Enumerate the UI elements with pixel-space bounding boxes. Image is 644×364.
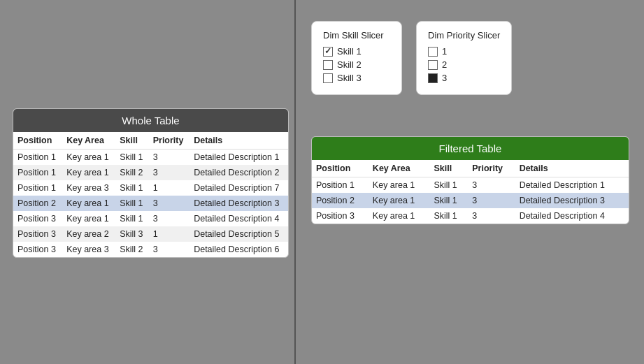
whole-table-row: Position 3 Key area 1 Skill 1 3 Detailed… (13, 211, 288, 226)
cell-position: Position 1 (13, 165, 62, 180)
cell-details: Detailed Description 2 (189, 165, 288, 180)
fcol-details: Details (515, 160, 629, 177)
priority1-label: 1 (442, 46, 447, 57)
cell-skill: Skill 2 (115, 242, 149, 257)
cell-details: Detailed Description 4 (189, 211, 288, 226)
skill3-checkbox[interactable] (323, 73, 333, 83)
cell-position: Position 3 (13, 211, 62, 226)
whole-table-row: Position 2 Key area 1 Skill 1 3 Detailed… (13, 196, 288, 211)
skill1-item[interactable]: Skill 1 (323, 46, 390, 57)
filtered-table-header-row: Position Key Area Skill Priority Details (312, 160, 629, 177)
cell-skill: Skill 1 (115, 180, 149, 196)
priority1-item[interactable]: 1 (428, 46, 500, 57)
skill1-checkbox[interactable] (323, 47, 333, 57)
whole-table-row: Position 1 Key area 3 Skill 1 1 Detailed… (13, 180, 288, 196)
whole-table-wrapper: Whole Table Position Key Area Skill Prio… (13, 108, 289, 258)
cell-position: Position 1 (13, 180, 62, 196)
col-priority: Priority (149, 132, 189, 150)
fcell-position: Position 3 (312, 208, 368, 224)
filtered-table-row: Position 2 Key area 1 Skill 1 3 Detailed… (312, 193, 629, 208)
dim-priority-slicer: Dim Priority Slicer 1 2 3 (416, 21, 512, 95)
fcell-position: Position 2 (312, 193, 368, 208)
fcell-skill: Skill 1 (429, 208, 468, 224)
cell-key-area: Key area 1 (62, 211, 115, 226)
fcell-details: Detailed Description 3 (515, 193, 629, 208)
col-details: Details (189, 132, 288, 150)
skill2-label: Skill 2 (337, 59, 362, 70)
slicer-container: Dim Skill Slicer Skill 1 Skill 2 Skill 3… (311, 21, 512, 95)
cell-position: Position 1 (13, 150, 62, 166)
priority3-item[interactable]: 3 (428, 73, 500, 83)
fcell-priority: 3 (468, 208, 515, 224)
whole-table: Position Key Area Skill Priority Details… (13, 132, 288, 257)
cell-skill: Skill 3 (115, 226, 149, 242)
col-key-area: Key Area (62, 132, 115, 150)
cell-position: Position 2 (13, 196, 62, 211)
cell-key-area: Key area 1 (62, 150, 115, 166)
filtered-table-wrapper: Filtered Table Position Key Area Skill P… (311, 136, 629, 224)
cell-priority: 3 (149, 211, 189, 226)
filtered-table: Position Key Area Skill Priority Details… (312, 160, 629, 224)
cell-details: Detailed Description 5 (189, 226, 288, 242)
cell-key-area: Key area 1 (62, 165, 115, 180)
cell-priority: 1 (149, 180, 189, 196)
skill3-item[interactable]: Skill 3 (323, 73, 390, 83)
cell-key-area: Key area 2 (62, 226, 115, 242)
priority2-item[interactable]: 2 (428, 59, 500, 70)
cell-details: Detailed Description 7 (189, 180, 288, 196)
fcell-skill: Skill 1 (429, 177, 468, 194)
cell-key-area: Key area 1 (62, 196, 115, 211)
cell-priority: 3 (149, 150, 189, 166)
skill2-checkbox[interactable] (323, 60, 333, 70)
dim-skill-slicer: Dim Skill Slicer Skill 1 Skill 2 Skill 3 (311, 21, 402, 95)
whole-table-row: Position 3 Key area 2 Skill 3 1 Detailed… (13, 226, 288, 242)
whole-table-title: Whole Table (13, 109, 288, 132)
skill3-label: Skill 3 (337, 73, 362, 83)
priority3-checkbox[interactable] (428, 73, 438, 83)
cell-skill: Skill 2 (115, 165, 149, 180)
cell-key-area: Key area 3 (62, 242, 115, 257)
whole-table-header-row: Position Key Area Skill Priority Details (13, 132, 288, 150)
cell-priority: 3 (149, 165, 189, 180)
fcell-key-area: Key area 1 (368, 193, 430, 208)
cell-position: Position 3 (13, 226, 62, 242)
filtered-table-title: Filtered Table (312, 137, 629, 160)
priority2-checkbox[interactable] (428, 60, 438, 70)
col-position: Position (13, 132, 62, 150)
cell-key-area: Key area 3 (62, 180, 115, 196)
filtered-table-row: Position 1 Key area 1 Skill 1 3 Detailed… (312, 177, 629, 194)
fcol-priority: Priority (468, 160, 515, 177)
dim-priority-slicer-title: Dim Priority Slicer (428, 30, 500, 41)
whole-table-row: Position 1 Key area 1 Skill 1 3 Detailed… (13, 150, 288, 166)
fcell-priority: 3 (468, 193, 515, 208)
priority3-label: 3 (442, 73, 447, 83)
cell-details: Detailed Description 6 (189, 242, 288, 257)
fcol-skill: Skill (429, 160, 468, 177)
filtered-table-row: Position 3 Key area 1 Skill 1 3 Detailed… (312, 208, 629, 224)
cell-details: Detailed Description 3 (189, 196, 288, 211)
cell-priority: 3 (149, 242, 189, 257)
fcell-key-area: Key area 1 (368, 208, 430, 224)
cell-skill: Skill 1 (115, 196, 149, 211)
fcol-position: Position (312, 160, 368, 177)
skill1-label: Skill 1 (337, 46, 362, 57)
fcell-skill: Skill 1 (429, 193, 468, 208)
fcell-details: Detailed Description 4 (515, 208, 629, 224)
dim-skill-slicer-title: Dim Skill Slicer (323, 30, 390, 41)
fcell-key-area: Key area 1 (368, 177, 430, 194)
priority2-label: 2 (442, 59, 447, 70)
fcol-key-area: Key Area (368, 160, 430, 177)
priority1-checkbox[interactable] (428, 47, 438, 57)
cell-skill: Skill 1 (115, 150, 149, 166)
cell-position: Position 3 (13, 242, 62, 257)
cell-skill: Skill 1 (115, 211, 149, 226)
fcell-details: Detailed Description 1 (515, 177, 629, 194)
cell-priority: 1 (149, 226, 189, 242)
vertical-divider (294, 0, 296, 364)
skill2-item[interactable]: Skill 2 (323, 59, 390, 70)
col-skill: Skill (115, 132, 149, 150)
cell-priority: 3 (149, 196, 189, 211)
whole-table-row: Position 1 Key area 1 Skill 2 3 Detailed… (13, 165, 288, 180)
fcell-position: Position 1 (312, 177, 368, 194)
whole-table-row: Position 3 Key area 3 Skill 2 3 Detailed… (13, 242, 288, 257)
